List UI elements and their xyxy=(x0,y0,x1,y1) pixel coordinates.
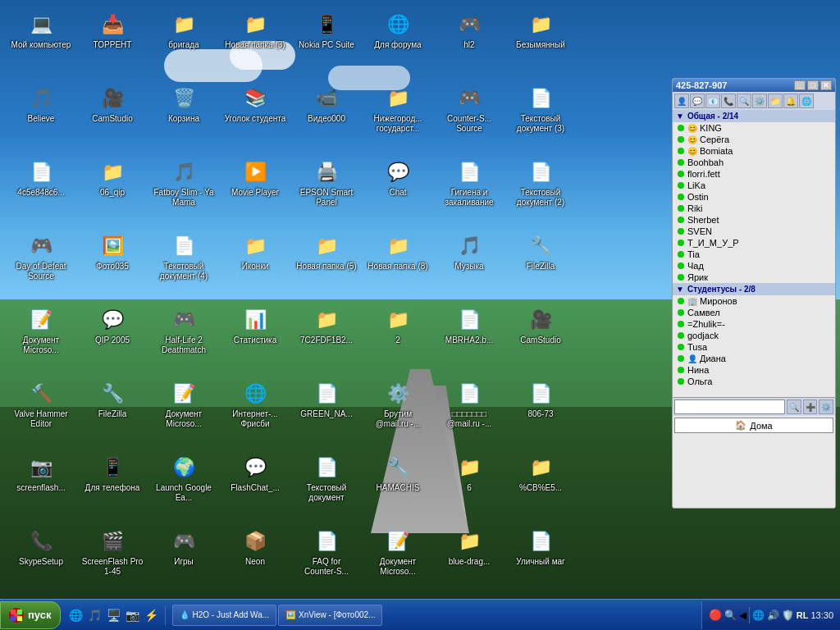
contact-boohbah[interactable]: Boohbah xyxy=(673,157,835,168)
contact-mironov[interactable]: 🏢 Миронов xyxy=(673,295,835,307)
icq-minimize-button[interactable]: _ xyxy=(794,80,806,90)
tray-antivirus-icon[interactable]: 🛡️ xyxy=(782,609,794,621)
desktop-icon-4c5e848[interactable]: 📄4c5e848c6... xyxy=(8,156,74,228)
desktop-icon-half-life2[interactable]: 🎮Half-Life 2 Deathmatch xyxy=(151,304,217,376)
desktop-icon-believe[interactable]: 🎵Believe xyxy=(8,82,74,154)
icq-tool-9[interactable]: 🌐 xyxy=(799,94,814,108)
tray-search-icon[interactable]: 🔍 xyxy=(724,609,737,621)
desktop-icon-text-doc2[interactable]: 📄Текстовый документ (2) xyxy=(508,156,573,228)
icq-options-button[interactable]: ⚙️ xyxy=(819,399,833,414)
desktop-icon-unknown1[interactable]: 📄□□□□□□□ @mail.ru -... xyxy=(436,377,502,450)
contact-florri[interactable]: florri.fett xyxy=(673,168,835,180)
desktop-icon-filezilla[interactable]: 🔧FileZilla xyxy=(508,230,573,302)
contact-bomiata[interactable]: 😊 Bomiata xyxy=(673,145,835,157)
desktop-icon-launch-google[interactable]: 🌍Launch Google Ea... xyxy=(151,451,217,523)
desktop-icon-faq-counter[interactable]: 📄FAQ for Counter-S... xyxy=(294,525,359,597)
desktop-icon-statistika[interactable]: 📊Статистика xyxy=(222,304,288,376)
desktop-icon-green-na[interactable]: 📄GREEN_NA... xyxy=(294,377,359,450)
icq-tool-5[interactable]: 🔍 xyxy=(737,94,751,108)
desktop-icon-camstudio[interactable]: 🎥CamStudio xyxy=(80,82,145,154)
icq-tool-6[interactable]: ⚙️ xyxy=(752,94,767,108)
desktop-icon-hamachis[interactable]: 🔧HAMACHIS xyxy=(365,451,431,523)
desktop-icon-skypesetup[interactable]: 📞SkypeSetup xyxy=(8,525,74,597)
contact-timur[interactable]: Т_И_М_У_Р xyxy=(673,237,835,249)
desktop-icon-text-doc[interactable]: 📄Текстовый документ xyxy=(294,451,359,523)
icq-group-studenty[interactable]: ▼ Студентусы - 2/8 xyxy=(673,283,835,295)
desktop-icon-filezilla2[interactable]: 🔧FileZilla xyxy=(80,377,145,450)
icq-tool-3[interactable]: 📧 xyxy=(705,94,720,108)
contact-ostin[interactable]: Ostin xyxy=(673,191,835,203)
desktop-icon-igry[interactable]: 🎮Игры xyxy=(151,525,217,597)
contact-tusa[interactable]: Tusa xyxy=(673,341,835,353)
desktop-icon-806-73[interactable]: 📄806-73 xyxy=(508,377,573,450)
desktop-icon-foto035[interactable]: 🖼️Фото035 xyxy=(80,230,145,302)
desktop-icon-new-folder5[interactable]: 📁Новая папка (5) xyxy=(294,230,359,302)
desktop-icon-new-folder3[interactable]: 📁Новая папка (3) xyxy=(222,8,288,80)
desktop-icon-new-folder8[interactable]: 📁Новая папка (8) xyxy=(365,230,431,302)
contact-diana[interactable]: 👤 Диана xyxy=(673,353,835,364)
desktop-icon-nokia-pc-suite[interactable]: 📱Nokia PC Suite xyxy=(294,8,359,80)
desktop-icon-ikonki[interactable]: 📁Иконки xyxy=(222,230,288,302)
desktop-icon-text-doc4[interactable]: 📄Текстовый документ (4) xyxy=(151,230,217,302)
contact-chad[interactable]: Чад xyxy=(673,260,835,272)
quick-ie-icon[interactable]: 🌐 xyxy=(68,607,84,623)
tray-lang-label[interactable]: RL xyxy=(797,610,809,620)
icq-tool-7[interactable]: 📁 xyxy=(768,94,783,108)
tray-nero-icon[interactable]: 🔴 xyxy=(709,609,722,621)
icq-titlebar[interactable]: 425-827-907 _ □ ✕ xyxy=(673,79,835,92)
desktop-icon-blue-drag[interactable]: 📁blue-drag... xyxy=(436,525,502,597)
contact-godjack[interactable]: godjack xyxy=(673,330,835,341)
contact-sven[interactable]: SVEN xyxy=(673,226,835,237)
desktop-icon-epson[interactable]: 🖨️EPSON Smart Panel xyxy=(294,156,359,228)
desktop-icon-chat[interactable]: 💬Chat xyxy=(365,156,431,228)
desktop-icon-my-computer[interactable]: 💻Мой компьютер xyxy=(8,8,74,80)
contact-zhulik[interactable]: =Zhulik=- xyxy=(673,318,835,330)
tray-network-icon[interactable]: 🌐 xyxy=(752,609,765,621)
icq-add-button[interactable]: ➕ xyxy=(803,399,818,414)
icq-home-button[interactable]: 🏠 Дома xyxy=(674,418,833,433)
desktop-icon-brigada[interactable]: 📁бригада xyxy=(151,8,217,80)
icq-tool-4[interactable]: 📞 xyxy=(721,94,736,108)
desktop-icon-screenflash[interactable]: 📷screenflash... xyxy=(8,451,74,523)
icq-tool-2[interactable]: 💬 xyxy=(690,94,705,108)
desktop-icon-bezymyanny[interactable]: 📁Безымянный xyxy=(508,8,573,80)
desktop-icon-hl2[interactable]: 🎮hl2 xyxy=(436,8,502,80)
desktop-icon-doc-micro[interactable]: 📝Документ Microso... xyxy=(8,304,74,376)
desktop-icon-text-doc3[interactable]: 📄Текстовый документ (3) xyxy=(508,82,573,154)
icq-group-obshaya[interactable]: ▼ Общая - 2/14 xyxy=(673,110,835,122)
taskbar-app-h2o[interactable]: 💧 H2O - Just Add Wa... xyxy=(172,605,277,626)
contact-yarik[interactable]: Ярик xyxy=(673,272,835,283)
desktop-icon-counter-source[interactable]: 🎮Counter-S... Source xyxy=(436,82,502,154)
desktop-icon-gcb-percent[interactable]: 📁%CB%E5... xyxy=(508,451,573,523)
contact-riki[interactable]: Riki xyxy=(673,203,835,214)
desktop-icon-day-of-defeat[interactable]: 🎮Day of Defeat Source xyxy=(8,230,74,302)
desktop-icon-flashchat[interactable]: 💬FlashChat_... xyxy=(222,451,288,523)
desktop-icon-mbrha2b[interactable]: 📄MBRHA2.b... xyxy=(436,304,502,376)
desktop-icon-camstudio2[interactable]: 🎥CamStudio xyxy=(508,304,573,376)
desktop-icon-doc-micro3[interactable]: 📝Документ Microso... xyxy=(365,525,431,597)
desktop-icon-muzyka[interactable]: 🎵Музыка xyxy=(436,230,502,302)
start-button[interactable]: пуск xyxy=(0,601,61,629)
tray-arrow-icon[interactable]: ◀ xyxy=(739,609,746,621)
icq-close-button[interactable]: ✕ xyxy=(820,80,832,90)
contact-nina[interactable]: Нина xyxy=(673,364,835,376)
desktop-icon-movie-player[interactable]: ▶️Movie Player xyxy=(222,156,288,228)
quick-media-icon[interactable]: 🎵 xyxy=(87,607,103,623)
desktop-icon-valve-hammer[interactable]: 🔨Valve Hammer Editor xyxy=(8,377,74,450)
desktop-icon-torrent[interactable]: 📥ТОРРЕНТ xyxy=(80,8,145,80)
desktop-icon-video000[interactable]: 📹Видео000 xyxy=(294,82,359,154)
desktop-icon-neon[interactable]: 📦Neon xyxy=(222,525,288,597)
tray-volume-icon[interactable]: 🔊 xyxy=(767,609,779,621)
desktop-icon-ulichny-mag[interactable]: 📄Уличный маг xyxy=(508,525,573,597)
desktop-icon-forum[interactable]: 🌐Для форума xyxy=(365,8,431,80)
icq-tool-1[interactable]: 👤 xyxy=(674,94,689,108)
desktop-icon-nizhegorod[interactable]: 📁Нижегород... государст... xyxy=(365,82,431,154)
desktop-icon-qip2005[interactable]: 💬QIP 2005 xyxy=(80,304,145,376)
desktop-icon-fatboy[interactable]: 🎵Fatboy Slim - Ya Mama xyxy=(151,156,217,228)
quick-extra2-icon[interactable]: ⚡ xyxy=(144,607,160,623)
desktop-icon-06qip[interactable]: 📁06_qip xyxy=(80,156,145,228)
desktop-icon-2[interactable]: 📁2 xyxy=(365,304,431,376)
contact-sherbet[interactable]: Sherbet xyxy=(673,214,835,226)
desktop-icon-doc-micro2[interactable]: 📝Документ Microso... xyxy=(151,377,217,450)
contact-king[interactable]: 😊 KING xyxy=(673,122,835,134)
